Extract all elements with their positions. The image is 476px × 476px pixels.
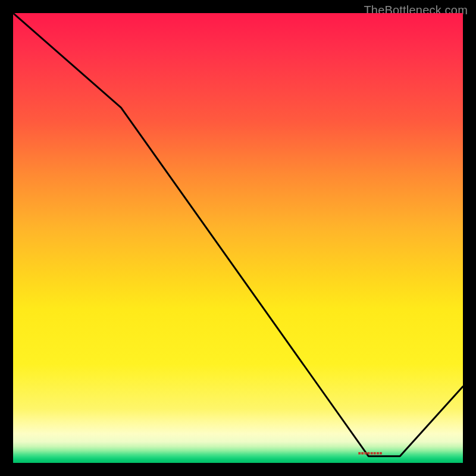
plot-area <box>13 13 463 463</box>
chart-stage: TheBottleneck.com ■■■■■■■■ <box>0 0 476 476</box>
